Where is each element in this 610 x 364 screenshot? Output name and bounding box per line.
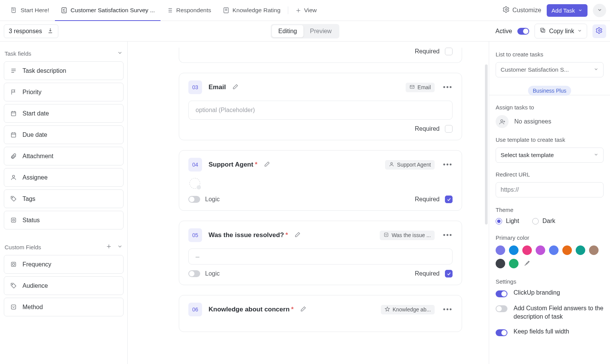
field-chip[interactable]: Email [406,83,435,92]
question-card-support-agent[interactable]: 04 Support Agent* Support Agent ••• [179,150,462,211]
question-card-issue-resolved[interactable]: 05 Was the issue resolved?* Was the issu… [179,221,462,285]
calendar-icon [10,110,17,117]
preview-tab[interactable]: Preview [303,25,338,37]
field-row-status[interactable]: Status [4,211,124,229]
question-card-knowledge[interactable]: 06 Knowledge about concern* Knowledge ab… [179,295,462,332]
more-icon[interactable]: ••• [443,306,453,314]
color-swatch[interactable] [536,245,545,255]
template-select[interactable]: Select task template [496,148,604,163]
field-row-due-date[interactable]: Due date [4,125,124,144]
chevron-down-icon [578,7,583,14]
required-star: * [291,306,294,313]
required-checkbox[interactable] [445,125,453,133]
no-assignees-label: No assignees [514,118,551,125]
download-icon[interactable] [47,27,53,35]
field-row-start-date[interactable]: Start date [4,104,124,123]
color-swatch[interactable] [589,245,599,255]
field-chip[interactable]: Was the issue ... [380,231,435,240]
chevron-down-icon [594,66,599,73]
question-card[interactable]: Required [179,48,462,63]
assignees-button[interactable]: No assignees [496,115,604,128]
color-swatch[interactable] [496,259,505,268]
edit-icon[interactable] [294,231,301,239]
custom-fields-header[interactable]: Custom Fields [4,232,124,255]
active-toggle[interactable] [517,28,529,35]
divider [288,6,288,14]
field-label: Task description [22,67,66,74]
logic-toggle[interactable] [188,270,200,277]
field-row-frequency[interactable]: Frequency [4,255,124,274]
editing-tab[interactable]: Editing [272,25,303,37]
color-swatch[interactable] [549,245,559,255]
color-swatch[interactable] [562,245,572,255]
question-card-email[interactable]: 03 Email Email ••• optional (Placeholder… [179,73,462,140]
color-swatch[interactable] [576,245,585,255]
required-checkbox[interactable] [445,48,453,55]
field-label: Start date [22,110,49,117]
color-swatch[interactable] [509,259,518,268]
theme-light-radio[interactable]: Light [496,218,519,224]
logic-label: Logic [205,270,220,277]
field-row-task-description[interactable]: Task description [4,61,124,80]
plus-icon[interactable] [106,244,112,250]
add-cf-toggle[interactable] [496,305,507,312]
required-checkbox[interactable] [445,196,453,203]
scrollbar[interactable] [485,64,488,224]
task-fields-header[interactable]: Task fields [4,50,124,61]
add-task-button[interactable]: Add Task [547,4,588,17]
logic-toggle[interactable] [188,196,200,203]
text-icon [10,67,17,74]
theme-dark-radio[interactable]: Dark [532,218,555,224]
field-chip[interactable]: Knowledge ab... [381,305,435,314]
edit-icon[interactable] [264,161,270,168]
customize-button[interactable]: Customize [503,6,541,14]
list-icon [166,7,173,14]
color-swatch[interactable] [509,245,518,255]
responses-button[interactable]: 3 responses [4,24,58,38]
field-label: Tags [22,196,35,202]
color-swatch[interactable] [522,245,532,255]
branding-toggle[interactable] [496,290,507,297]
more-icon[interactable]: ••• [443,161,453,169]
status-icon [10,217,17,223]
tab-add-view[interactable]: View [290,0,323,21]
tab-label: Start Here! [21,7,49,14]
list-select[interactable]: Customer Satisfaction S... [496,62,604,77]
field-row-attachment[interactable]: Attachment [4,147,124,165]
field-row-assignee[interactable]: Assignee [4,168,124,187]
field-row-tags[interactable]: Tags [4,189,124,208]
tab-survey[interactable]: Customer Satisfaction Survey ... [55,0,161,21]
field-row-method[interactable]: Method [4,298,124,316]
add-assignee-placeholder[interactable] [189,178,200,189]
color-swatch[interactable] [496,245,505,255]
edit-icon[interactable] [300,306,307,313]
fullwidth-toggle[interactable] [496,329,507,336]
clip-icon [10,153,17,159]
copy-link-button[interactable]: Copy link [535,24,587,38]
field-label: Audience [22,282,48,289]
redirect-input[interactable]: https:// [496,182,604,197]
tab-start-here[interactable]: Start Here! [5,0,55,21]
question-title[interactable]: Support Agent* [209,161,257,168]
placeholder-input[interactable]: optional (Placeholder) [188,101,453,120]
question-title[interactable]: Knowledge about concern* [209,306,294,313]
tab-knowledge[interactable]: Knowledge Rating [217,0,286,21]
question-title[interactable]: Was the issue resolved?* [209,231,288,239]
tab-respondents[interactable]: Respondents [161,0,217,21]
color-picker-icon[interactable] [522,259,532,268]
form-settings-button[interactable] [592,24,606,38]
field-label: Assignee [22,174,48,181]
field-row-audience[interactable]: Audience [4,276,124,295]
more-icon[interactable]: ••• [443,83,453,91]
dropdown-placeholder[interactable]: – [188,249,453,265]
field-chip[interactable]: Support Agent [385,160,435,170]
more-icon[interactable]: ••• [443,231,453,239]
question-title[interactable]: Email [209,83,226,91]
more-menu-button[interactable] [593,4,606,17]
svg-point-10 [12,197,13,198]
required-checkbox[interactable] [445,270,453,277]
field-row-priority[interactable]: Priority [4,83,124,101]
primary-color-label: Primary color [496,234,604,241]
required-star: * [255,161,257,168]
edit-icon[interactable] [232,83,239,91]
